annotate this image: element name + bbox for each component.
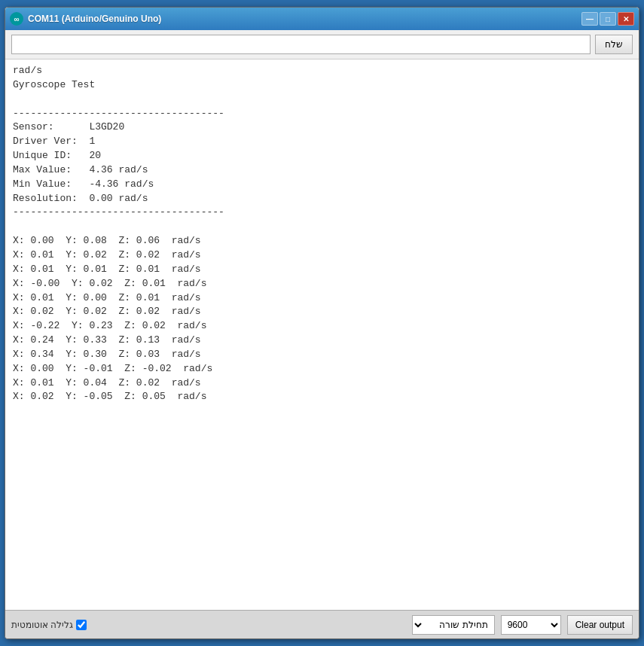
maximize-button[interactable]: □ (600, 12, 616, 26)
minimize-button[interactable]: — (581, 12, 598, 26)
title-bar-left: ∞ COM11 (Arduino/Genuino Uno) (10, 12, 161, 26)
title-bar: ∞ COM11 (Arduino/Genuino Uno) — □ ✕ (5, 8, 639, 30)
arduino-serial-monitor-window: ∞ COM11 (Arduino/Genuino Uno) — □ ✕ שלח … (5, 7, 639, 639)
input-bar: שלח (5, 30, 639, 59)
clear-output-button[interactable]: Clear output (567, 615, 633, 635)
serial-output: rad/s Gyroscope Test -------------------… (5, 59, 639, 610)
close-button[interactable]: ✕ (618, 12, 634, 26)
serial-input[interactable] (11, 35, 591, 54)
title-bar-controls: — □ ✕ (581, 12, 634, 26)
arduino-icon: ∞ (10, 12, 23, 26)
line-ending-select[interactable]: ללא סוף שורהתחילת שורהסוף שורהשניהם (412, 615, 495, 635)
baud-select[interactable]: 3001200240048009600192003840057600115200 (501, 615, 561, 635)
status-bar: גלילה אוטומטית ללא סוף שורהתחילת שורהסוף… (5, 610, 639, 638)
autoscroll-label: גלילה אוטומטית (11, 620, 73, 630)
autoscroll-area: גלילה אוטומטית (11, 620, 87, 630)
window-title: COM11 (Arduino/Genuino Uno) (28, 14, 161, 24)
autoscroll-checkbox[interactable] (76, 620, 87, 630)
send-button[interactable]: שלח (595, 35, 633, 54)
